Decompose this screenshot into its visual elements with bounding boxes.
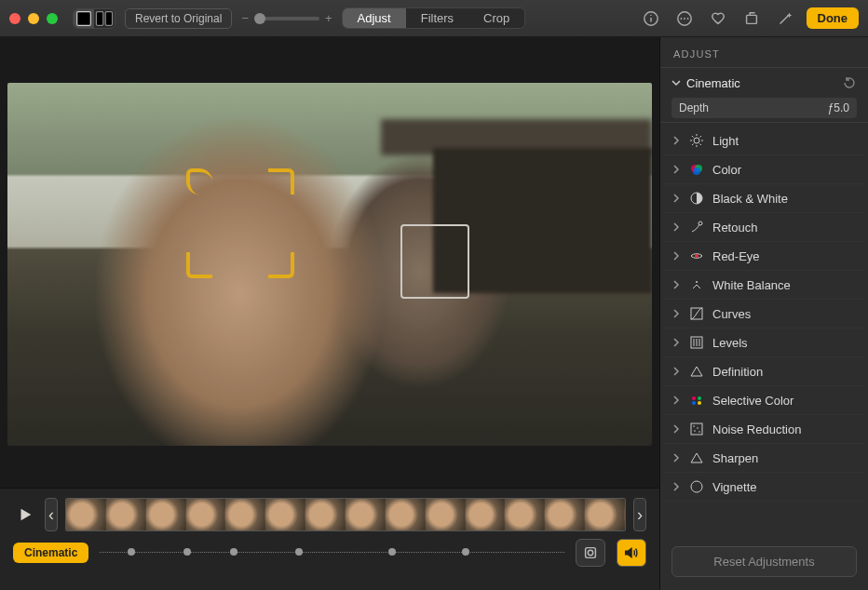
adjustment-definition[interactable]: Definition [664,357,864,386]
adjustment-label: White Balance [712,278,791,292]
zoom-in-icon[interactable]: + [325,11,332,25]
adjustment-vignette[interactable]: Vignette [664,473,864,502]
more-icon[interactable] [672,7,697,30]
black-white-icon [688,190,705,207]
adjustment-color[interactable]: Color [664,155,864,184]
chevron-right-icon [671,424,681,434]
adjustment-noise-reduction[interactable]: Noise Reduction [664,415,864,444]
svg-rect-1 [96,11,102,25]
tab-crop[interactable]: Crop [468,8,524,28]
depth-row[interactable]: Depth ƒ5.0 [671,98,857,118]
adjustments-list: LightColorBlack & WhiteRetouchRed-EyeWhi… [660,123,868,533]
adjustment-red-eye[interactable]: Red-Eye [664,242,864,271]
adjustment-label: Light [712,134,739,148]
svg-point-9 [686,18,688,20]
chevron-right-icon [671,482,681,491]
depth-label: Depth [679,101,709,114]
chevron-right-icon [671,222,681,232]
svg-point-5 [650,14,651,15]
single-view-icon[interactable] [74,9,94,28]
chevron-right-icon [671,453,681,463]
svg-marker-11 [21,509,32,521]
adjustment-levels[interactable]: Levels [664,329,864,357]
svg-point-14 [694,138,699,143]
rotate-icon[interactable] [739,7,764,30]
svg-point-8 [684,18,685,20]
play-button[interactable] [13,503,37,527]
secondary-focus-bracket[interactable] [400,224,469,299]
audio-toggle-button[interactable] [617,539,646,567]
vignette-icon [688,478,705,495]
zoom-control[interactable]: − + [241,11,332,25]
zoom-out-icon[interactable]: − [241,11,249,25]
split-view-icon[interactable] [94,9,115,28]
cinematic-mode-button[interactable]: Cinematic [13,543,88,563]
chevron-right-icon [671,367,681,376]
adjustment-label: Color [712,163,741,177]
reset-cinematic-icon[interactable] [842,75,857,90]
zoom-slider[interactable] [254,17,319,20]
auto-enhance-icon[interactable] [773,7,797,30]
white-balance-icon [688,276,705,293]
adjustment-label: Black & White [712,192,788,206]
view-mode-toggle[interactable] [73,8,115,29]
svg-point-37 [692,401,696,405]
primary-focus-bracket[interactable] [186,168,294,278]
svg-point-42 [694,430,696,432]
minimize-window-button[interactable] [28,13,39,24]
favorite-icon[interactable] [706,7,730,30]
svg-point-27 [698,221,702,225]
adjustment-label: Selective Color [712,394,793,408]
adjustment-label: Retouch [712,221,757,235]
info-icon[interactable] [639,7,663,30]
toolbar: Revert to Original − + Adjust Filters Cr… [0,0,868,37]
chevron-right-icon [671,396,681,405]
selective-color-icon [688,392,705,409]
svg-point-40 [693,425,695,427]
adjustment-label: Sharpen [712,451,758,465]
adjustment-black-white[interactable]: Black & White [664,184,864,213]
levels-icon [688,334,705,351]
adjustment-sharpen[interactable]: Sharpen [664,444,864,473]
done-button[interactable]: Done [807,7,860,29]
tab-filters[interactable]: Filters [406,8,468,28]
revert-to-original-button[interactable]: Revert to Original [125,8,232,29]
svg-rect-2 [105,11,112,25]
focus-lock-button[interactable] [576,539,605,567]
chevron-down-icon[interactable] [671,78,681,87]
window-controls [9,13,58,24]
chevron-right-icon [671,338,681,347]
svg-rect-10 [746,15,756,23]
svg-point-44 [691,481,702,492]
adjustment-retouch[interactable]: Retouch [664,213,864,242]
svg-point-38 [698,401,701,405]
focus-scrub-track[interactable] [100,546,564,559]
curves-icon [688,305,705,322]
color-icon [688,161,705,178]
adjustment-light[interactable]: Light [664,127,864,155]
svg-point-29 [696,281,698,283]
video-preview[interactable] [7,83,652,446]
reset-adjustments-button[interactable]: Reset Adjustments [671,546,857,577]
close-window-button[interactable] [9,13,20,24]
adjustment-white-balance[interactable]: White Balance [664,271,864,300]
cinematic-label: Cinematic [686,76,836,90]
light-icon [688,132,705,149]
adjustment-label: Vignette [712,480,756,494]
adjustment-label: Definition [712,365,763,379]
svg-line-22 [700,136,702,138]
trim-end-handle[interactable]: › [633,498,646,531]
sharpen-icon [688,449,705,466]
red-eye-icon [688,248,705,264]
adjust-panel: ADJUST Cinematic Depth ƒ5.0 LightColorBl… [659,37,868,590]
chevron-right-icon [671,280,681,289]
tab-adjust[interactable]: Adjust [343,8,406,28]
adjustment-selective-color[interactable]: Selective Color [664,386,864,415]
timeline-filmstrip[interactable] [65,498,626,531]
svg-rect-39 [691,423,702,435]
trim-start-handle[interactable]: ‹ [45,498,58,531]
svg-point-25 [693,168,700,175]
fullscreen-window-button[interactable] [47,13,58,24]
chevron-right-icon [671,251,681,261]
adjustment-curves[interactable]: Curves [664,300,864,329]
